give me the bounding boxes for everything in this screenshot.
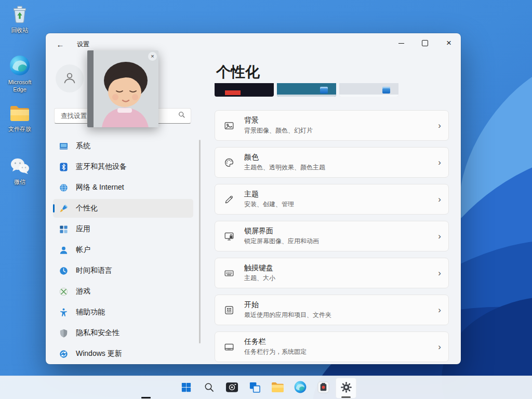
sidebar-item-gaming[interactable]: 游戏 (53, 282, 193, 301)
maximize-icon (422, 40, 428, 46)
theme-preview-light[interactable] (339, 83, 398, 97)
card-title: 任务栏 (244, 337, 307, 347)
card-title: 开始 (244, 300, 331, 310)
palette-icon (223, 157, 235, 168)
back-button[interactable]: ← (52, 36, 69, 52)
taskbar-pinned-app-2[interactable] (313, 378, 334, 398)
card-taskbar[interactable]: 任务栏 任务栏行为，系统固定 › (215, 331, 449, 362)
sidebar-item-label: Windows 更新 (76, 349, 122, 358)
wechat-icon (9, 157, 30, 177)
theme-window-glyph (320, 87, 328, 94)
update-arrows-icon (58, 349, 69, 359)
chevron-right-icon: › (438, 194, 441, 205)
screen-lock-icon (223, 231, 235, 242)
card-title: 触摸键盘 (244, 263, 275, 273)
window-title: 设置 (77, 40, 89, 49)
minimize-button[interactable] (389, 33, 413, 53)
card-touch-keyboard[interactable]: 触摸键盘 主题、大小 › (215, 258, 449, 288)
theme-preview-blue[interactable] (277, 83, 336, 97)
theme-preview-dark[interactable] (215, 83, 274, 97)
card-background[interactable]: 背景 背景图像、颜色、幻灯片 › (215, 110, 449, 141)
card-themes[interactable]: 主题 安装、创建、管理 › (215, 184, 449, 215)
close-button[interactable]: × (437, 33, 461, 53)
file-explorer-icon (271, 382, 284, 394)
sidebar-item-windows-update[interactable]: Windows 更新 (53, 344, 193, 363)
maximize-button[interactable] (413, 33, 437, 53)
desktop-icon-label: 文件存放 (8, 126, 31, 133)
taskbar-settings-icon (223, 342, 235, 352)
sidebar-item-network[interactable]: 网络 & Internet (53, 178, 193, 197)
theme-taskbar (339, 95, 398, 97)
personalization-brush-icon (58, 203, 69, 214)
desktop-icon-wechat[interactable]: 微信 (1, 157, 38, 186)
system-icon (58, 141, 69, 151)
child-photo-image (87, 50, 158, 127)
chevron-right-icon: › (438, 305, 441, 315)
card-title: 锁屏界面 (244, 227, 319, 236)
chevron-right-icon: › (438, 121, 441, 131)
desktop-icon-label: 微信 (14, 179, 25, 186)
sidebar-item-label: 应用 (76, 224, 90, 234)
desktop-icon-edge[interactable]: Microsoft Edge (1, 55, 38, 94)
desktop-icon-label: Microsoft Edge (1, 79, 38, 94)
sidebar-item-accessibility[interactable]: 辅助功能 (53, 303, 193, 322)
sidebar-item-time-language[interactable]: 时间和语言 (53, 261, 193, 280)
sidebar-item-bluetooth[interactable]: 蓝牙和其他设备 (53, 157, 193, 176)
window-controls: × (389, 33, 461, 53)
keyboard-icon (223, 268, 235, 278)
card-subtitle: 锁定屏幕图像、应用和动画 (244, 237, 319, 246)
account-avatar[interactable] (56, 64, 84, 92)
folder-icon (9, 105, 30, 124)
taskbar (0, 376, 532, 399)
theme-window-glyph (382, 87, 390, 94)
sidebar-scrollbar[interactable] (199, 140, 201, 343)
sidebar-nav: 系统 蓝牙和其他设备 网络 & Internet 个性化 应用 (53, 137, 193, 364)
floating-photo[interactable]: × (87, 50, 158, 127)
theme-window-red (225, 90, 241, 95)
settings-card-list: 背景 背景图像、颜色、幻灯片 › 颜色 主题色、透明效果、颜色主题 › 主题 安… (215, 110, 449, 362)
theme-previews (215, 83, 449, 97)
card-title: 颜色 (244, 153, 325, 162)
accounts-person-icon (58, 245, 69, 255)
card-subtitle: 背景图像、颜色、幻灯片 (244, 126, 313, 135)
sidebar-item-label: 个性化 (76, 204, 98, 213)
sidebar-item-label: 网络 & Internet (76, 183, 124, 192)
apps-grid-icon (58, 224, 69, 234)
card-start[interactable]: 开始 最近使用的应用和项目、文件夹 › (215, 295, 449, 325)
sidebar-item-personalization[interactable]: 个性化 (53, 199, 193, 218)
start-button[interactable] (176, 378, 196, 398)
minimize-icon (398, 43, 404, 44)
sidebar-item-label: 帐户 (76, 245, 90, 255)
sidebar-item-privacy[interactable]: 隐私和安全性 (53, 324, 193, 342)
card-subtitle: 最近使用的应用和项目、文件夹 (244, 311, 331, 320)
file-explorer-button[interactable] (267, 378, 288, 398)
close-icon: × (151, 54, 154, 59)
background-image-icon (223, 121, 235, 131)
sidebar-item-apps[interactable]: 应用 (53, 220, 193, 238)
person-icon (62, 70, 77, 87)
taskbar-pinned-app-1[interactable] (221, 378, 242, 398)
card-lock-screen[interactable]: 锁屏界面 锁定屏幕图像、应用和动画 › (215, 221, 449, 251)
chevron-right-icon: › (438, 342, 441, 352)
edge-icon (9, 55, 30, 77)
back-arrow-icon: ← (57, 40, 64, 49)
desktop-icon-label: 回收站 (11, 27, 29, 34)
card-colors[interactable]: 颜色 主题色、透明效果、颜色主题 › (215, 147, 449, 178)
card-title: 主题 (244, 190, 294, 199)
edge-icon (294, 381, 307, 395)
camera-app-icon (225, 381, 238, 395)
desktop-icon-folder[interactable]: 文件存放 (1, 105, 38, 133)
shield-icon (58, 328, 69, 338)
edge-taskbar-button[interactable] (290, 378, 311, 398)
settings-taskbar-button[interactable] (336, 378, 356, 398)
photo-close-button[interactable]: × (148, 52, 157, 61)
clock-icon (58, 265, 69, 276)
taskbar-search-button[interactable] (198, 378, 219, 398)
desktop-icon-recycle-bin[interactable]: 回收站 (1, 4, 38, 34)
pen-icon (223, 194, 235, 205)
sidebar-item-system[interactable]: 系统 (53, 137, 193, 155)
sidebar-item-accounts[interactable]: 帐户 (53, 241, 193, 259)
theme-taskbar (277, 95, 336, 97)
close-icon: × (446, 38, 451, 48)
task-view-button[interactable] (244, 378, 265, 398)
